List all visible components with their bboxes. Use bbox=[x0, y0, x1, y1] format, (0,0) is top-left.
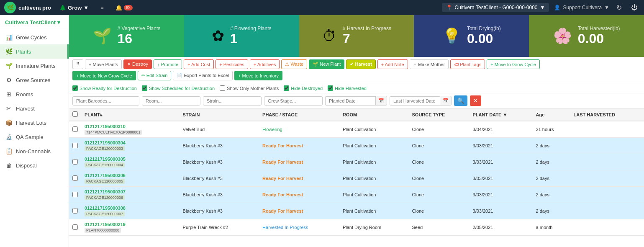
row-checkbox-cell[interactable] bbox=[69, 121, 81, 138]
row-checkbox-cell[interactable] bbox=[69, 219, 81, 236]
make-mother-button[interactable]: ♀ Make Mother bbox=[410, 59, 449, 69]
plant-number-column[interactable]: PLANT# bbox=[81, 108, 180, 121]
plant-id-link[interactable]: 0121217195000307 bbox=[85, 189, 176, 194]
move-to-new-grow-cycle-button[interactable]: + Move to New Grow Cycle bbox=[72, 71, 136, 80]
row-checkbox[interactable] bbox=[72, 126, 78, 132]
last-harvested-calendar-button[interactable]: 📅 bbox=[440, 96, 452, 105]
planted-date-input[interactable] bbox=[325, 96, 375, 105]
row-checkbox-cell[interactable] bbox=[69, 154, 81, 170]
room-search-input[interactable] bbox=[142, 96, 200, 105]
sidebar-item-grow-sources[interactable]: ⚙ Grow Sources bbox=[0, 73, 69, 87]
plant-id-link[interactable]: 0121217195000310 bbox=[85, 124, 176, 129]
plant-id-link[interactable]: 0121217195000308 bbox=[85, 206, 176, 211]
phase-cell: Ready For Harvest bbox=[259, 170, 339, 187]
row-checkbox-cell[interactable] bbox=[69, 170, 81, 187]
strain-cell: Blackberry Kush #3 bbox=[180, 170, 259, 187]
sidebar-item-non-cannabis[interactable]: 📋 Non-Cannabis bbox=[0, 144, 69, 158]
grow-nav-button[interactable]: 🌲 Grow ▼ bbox=[56, 3, 92, 13]
age-cell: 2 days bbox=[533, 203, 570, 219]
filter-hide-harvested[interactable]: Hide Harvested bbox=[328, 85, 367, 91]
filter-ready-destruction[interactable]: Show Ready for Destruction bbox=[72, 85, 137, 91]
row-checkbox[interactable] bbox=[72, 208, 78, 214]
app-logo[interactable]: 🌿 cultivera pro bbox=[4, 2, 51, 13]
client-selector[interactable]: 📍 Cultivera TestClient - G000-000-0000 ▼ bbox=[442, 3, 549, 12]
row-checkbox[interactable] bbox=[72, 175, 78, 181]
plant-id-link[interactable]: 0121217195000219 bbox=[85, 222, 176, 227]
sidebar-item-rooms[interactable]: ⊞ Rooms bbox=[0, 87, 69, 101]
plant-id-link[interactable]: 0121217195000305 bbox=[85, 157, 176, 162]
total-drying-card[interactable]: 💡 Total Drying(lb) 0.00 bbox=[414, 15, 529, 57]
promote-button[interactable]: ↑ Promote bbox=[154, 59, 182, 69]
select-all-column[interactable] bbox=[69, 108, 81, 121]
row-checkbox-cell[interactable] bbox=[69, 138, 81, 154]
last-harvested-date-input[interactable] bbox=[390, 96, 440, 105]
filter-mother-plants[interactable]: Show Only Mother Plants bbox=[220, 85, 279, 91]
room-column[interactable]: ROOM bbox=[339, 108, 409, 121]
grow-stage-search-input[interactable] bbox=[264, 96, 323, 105]
source-type-column[interactable]: SOURCE TYPE bbox=[409, 108, 470, 121]
last-harvested-column[interactable]: LAST HARVESTED bbox=[570, 108, 644, 121]
search-button[interactable]: 🔍 bbox=[454, 95, 467, 106]
additives-button[interactable]: + Additives bbox=[250, 59, 280, 69]
sidebar-item-harvest-lots[interactable]: 📦 Harvest Lots bbox=[0, 116, 69, 130]
flowering-plants-card[interactable]: ✿ # Flowering Plants 1 bbox=[184, 15, 299, 57]
table-row: 0121217195000304 PACKAGE120000003 Blackb… bbox=[69, 138, 644, 154]
planted-date-calendar-button[interactable]: 📅 bbox=[375, 96, 387, 105]
plant-date-column[interactable]: PLANT DATE ▼ bbox=[470, 108, 533, 121]
sidebar-item-immature-plants[interactable]: 🌱 Immature Plants bbox=[0, 59, 69, 73]
harvest-button[interactable]: ✔ Harvest bbox=[346, 59, 375, 69]
support-button[interactable]: 👤 Support Cultivera ▼ bbox=[554, 5, 609, 10]
age-column[interactable]: Age bbox=[533, 108, 570, 121]
plant-id-link[interactable]: 0121217195000304 bbox=[85, 140, 176, 145]
waste-button[interactable]: ⚠ Waste bbox=[281, 59, 307, 69]
plant-id-cell: 0121217195000219 PLANT0000000000 bbox=[81, 219, 180, 236]
phase-label: Ready For Harvest bbox=[262, 160, 303, 165]
plant-tags-button[interactable]: 🏷 Plant Tags bbox=[450, 59, 485, 69]
pesticides-button[interactable]: + Pesticides bbox=[216, 59, 248, 69]
strain-search-input[interactable] bbox=[203, 96, 262, 105]
destroy-button[interactable]: ✕ Destroy bbox=[123, 59, 152, 69]
settings-nav-button[interactable]: ≡ bbox=[97, 3, 107, 13]
barcode-search-input[interactable] bbox=[72, 96, 139, 105]
sidebar-client[interactable]: Cultivera TestClient ▾ bbox=[0, 15, 69, 30]
row-checkbox[interactable] bbox=[72, 143, 78, 148]
harvest-progress-card[interactable]: ⏱ # Harvest In Progress 7 bbox=[299, 15, 414, 57]
sidebar-item-harvest[interactable]: ✂ Harvest bbox=[0, 101, 69, 116]
source-type-cell: Clone bbox=[409, 138, 470, 154]
add-cost-button[interactable]: + Add Cost bbox=[184, 59, 214, 69]
add-note-button[interactable]: + Add Note bbox=[377, 59, 408, 69]
export-plants-button[interactable]: 📄 Export Plants to Excel bbox=[173, 71, 233, 80]
sidebar-item-grow-cycles[interactable]: 📊 Grow Cycles bbox=[0, 30, 69, 44]
strain-column[interactable]: STRAIN bbox=[180, 108, 259, 121]
clear-search-button[interactable]: ✕ bbox=[470, 95, 481, 106]
row-checkbox[interactable] bbox=[72, 159, 78, 165]
refresh-button[interactable]: ↻ bbox=[614, 3, 624, 13]
sidebar-item-qa-sample[interactable]: 🔬 QA Sample bbox=[0, 130, 69, 144]
disposal-icon: 🗑 bbox=[5, 162, 13, 169]
flowering-icon: ✿ bbox=[212, 27, 224, 45]
edit-strain-button[interactable]: ✏ Edit Strain bbox=[138, 71, 172, 80]
row-checkbox-cell[interactable] bbox=[69, 187, 81, 203]
sidebar-item-disposal[interactable]: 🗑 Disposal bbox=[0, 158, 69, 172]
veg-plants-card[interactable]: 🌱 # Vegetative Plants 16 bbox=[69, 15, 184, 57]
move-to-grow-cycle-button[interactable]: + Move to Grow Cycle bbox=[487, 59, 540, 69]
plant-id-cell: 0121217195000307 PACKAGE120000006 bbox=[81, 187, 180, 203]
notifications-button[interactable]: 🔔 62 bbox=[112, 3, 136, 13]
sidebar-item-plants[interactable]: 🌿 Plants bbox=[0, 44, 69, 59]
total-harvested-card[interactable]: 🌸 Total Harvested(lb) 0.00 bbox=[529, 15, 644, 57]
plant-id-link[interactable]: 0121217195000306 bbox=[85, 173, 176, 178]
select-all-checkbox[interactable] bbox=[72, 111, 78, 117]
new-plant-button[interactable]: 🌱 New Plant bbox=[309, 59, 344, 69]
filter-scheduled-destruction[interactable]: Show Scheduled for Destruction bbox=[142, 85, 215, 91]
phase-stage-column[interactable]: PHASE / STAGE bbox=[259, 108, 339, 121]
last-harvested-cell bbox=[570, 203, 644, 219]
move-to-inventory-button[interactable]: + Move to Inventory bbox=[234, 71, 282, 80]
row-checkbox[interactable] bbox=[72, 192, 78, 197]
power-button[interactable]: ⏻ bbox=[629, 3, 640, 12]
move-plants-button[interactable]: + Move Plants bbox=[85, 59, 122, 69]
row-checkbox[interactable] bbox=[72, 224, 78, 230]
filter-hide-destroyed[interactable]: Hide Destroyed bbox=[284, 85, 323, 91]
row-checkbox-cell[interactable] bbox=[69, 203, 81, 219]
barcode-button[interactable]: ⠿ bbox=[72, 59, 83, 69]
plant-id-cell: 0121217195000305 PACKAGE120000004 bbox=[81, 154, 180, 170]
